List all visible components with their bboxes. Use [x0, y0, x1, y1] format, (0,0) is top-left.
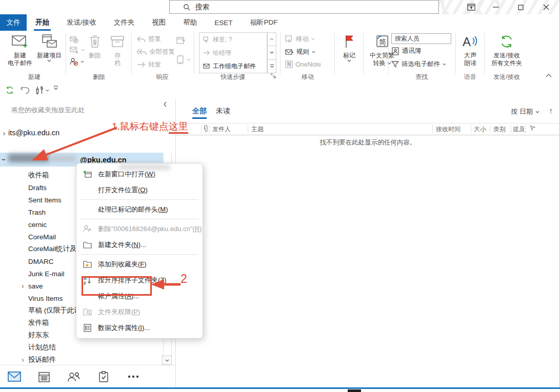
nav-tasks-icon[interactable]	[93, 371, 114, 382]
menu-item-新建文件夹-N-[interactable]: 新建文件夹(N)...	[76, 237, 203, 253]
archive-button[interactable]: 存 档	[107, 33, 128, 67]
menu-item-数据文件属性-I-[interactable]: 数据文件属性(I)...	[76, 320, 203, 336]
folder-label: 投诉邮件	[28, 355, 56, 364]
reply-button[interactable]: 答复	[136, 35, 161, 44]
read-aloud-icon: A	[462, 33, 479, 50]
qat-undo-button[interactable]	[21, 86, 30, 94]
archive-label-line1: 存	[114, 52, 121, 59]
junk-button[interactable]	[70, 57, 84, 66]
sort-label: 按 日期	[511, 107, 533, 116]
menu-item-处理已标记的邮件头-M-[interactable]: 处理已标记的邮件头(M)	[76, 201, 203, 217]
tab-发送/接收[interactable]: 发送/接收	[58, 14, 105, 31]
filter-email-button[interactable]: 筛选电子邮件	[391, 60, 446, 69]
menu-item-label: 在新窗口中打开(W)	[98, 170, 155, 179]
folder-item-投诉邮件[interactable]: ›投诉邮件	[0, 354, 163, 365]
column-separator	[248, 125, 248, 133]
rules-button[interactable]: 规则	[285, 48, 315, 56]
quick-steps-more[interactable]	[267, 60, 276, 73]
taskbar-fragment	[348, 389, 361, 392]
nav-more-icon[interactable]	[123, 375, 144, 378]
collapse-arrow-icon[interactable]: ›	[0, 156, 9, 164]
tab-file[interactable]: 文件	[0, 14, 27, 31]
quick-step-item[interactable]: 给经理	[199, 46, 267, 59]
minimize-button[interactable]	[486, 0, 506, 14]
clean-up-button[interactable]	[70, 46, 85, 54]
attachment-column-icon[interactable]	[203, 125, 208, 133]
folder-label: Virus Items	[0, 295, 63, 302]
delete-button[interactable]: 删除	[84, 33, 106, 59]
quick-steps-box: 移至: ?给经理工作组电子邮件	[199, 32, 267, 73]
folder-item-计划总结[interactable]: 计划总结	[0, 341, 163, 354]
quick-step-item[interactable]: 移至: ?	[199, 33, 267, 46]
nav-people-icon[interactable]	[64, 372, 84, 382]
menu-item-文件夹权限-P-[interactable]: 文件夹权限(P)	[76, 304, 203, 320]
collapse-ribbon-button[interactable]	[546, 74, 552, 77]
tab-福昕PDF[interactable]: 福昕PDF	[242, 14, 287, 31]
search-people-placeholder: 搜索人员	[395, 34, 419, 43]
address-book-button[interactable]: 通讯簿	[391, 47, 422, 55]
menu-item-打开文件位置-O-[interactable]: 打开文件位置(O)	[76, 182, 203, 198]
redaction-blur	[119, 164, 170, 170]
tab-文件夹[interactable]: 文件夹	[105, 14, 144, 31]
ribbon-display-options-button[interactable]	[462, 0, 481, 14]
quick-steps-scroll-down[interactable]	[267, 46, 276, 59]
move-button[interactable]: 移动	[285, 35, 315, 44]
column-header-主题[interactable]: 主题	[251, 125, 264, 134]
ignore-button[interactable]	[70, 35, 78, 44]
sort-by-date-button[interactable]: 按 日期	[511, 107, 539, 116]
tab-开始[interactable]: 开始	[27, 14, 58, 31]
column-header-提及[interactable]: 提及	[513, 125, 525, 134]
expand-arrow-icon[interactable]: ›	[0, 129, 8, 137]
menu-item-添加到收藏夹-F-[interactable]: ★添加到收藏夹(F)	[76, 256, 203, 272]
more-respond-button[interactable]	[176, 55, 190, 64]
qat-customize-button[interactable]	[53, 86, 58, 90]
delete-icon	[88, 33, 102, 50]
minimize-folder-pane-button[interactable]	[163, 101, 167, 107]
tab-all-mail[interactable]: 全部	[192, 107, 207, 116]
rules-label: 规则	[296, 48, 309, 56]
send-receive-all-button[interactable]: 发送/接收 所有文件夹	[487, 33, 526, 67]
sort-direction-icon[interactable]: ↑	[549, 106, 553, 115]
qat-send-receive-button[interactable]	[5, 86, 14, 95]
new-items-button[interactable]: 新建项目	[35, 33, 64, 62]
read-aloud-button[interactable]: A 大声 朗读	[458, 33, 482, 67]
column-header-接收时间[interactable]: 接收时间	[436, 125, 461, 134]
column-header-类别[interactable]: 类别	[493, 125, 506, 134]
redaction-blur	[51, 155, 76, 162]
maximize-button[interactable]	[511, 0, 530, 14]
search-people-input[interactable]: 搜索人员	[391, 33, 451, 44]
column-separator	[525, 125, 526, 133]
close-button[interactable]	[536, 0, 556, 14]
tags-button[interactable]: 标记	[337, 33, 361, 62]
nav-mail-icon[interactable]	[4, 372, 25, 382]
quick-steps-scroll-up[interactable]	[267, 32, 276, 46]
nav-calendar-icon[interactable]	[34, 372, 54, 382]
column-header-大小[interactable]: 大小	[474, 125, 486, 134]
search-bar[interactable]: 搜索	[169, 0, 439, 14]
quick-steps-dialog-launcher[interactable]	[271, 73, 276, 79]
address-book-label: 通讯簿	[402, 47, 422, 55]
meeting-button[interactable]	[176, 36, 186, 45]
expand-arrow-icon[interactable]: ›	[22, 282, 28, 290]
expand-arrow-icon[interactable]: ›	[22, 356, 28, 364]
forward-button[interactable]: 转发	[136, 60, 161, 69]
tab-帮助[interactable]: 帮助	[174, 14, 206, 31]
flag-column-icon[interactable]	[529, 125, 536, 132]
menu-item-删除-0006168264-pku-edu-cn-R-[interactable]: 删除"0006168264@pku.edu.cn"(R)	[76, 221, 203, 237]
quick-step-item[interactable]: 工作组电子邮件	[199, 59, 267, 73]
group-label-quick-steps: 快速步骤	[199, 73, 267, 81]
qat-tools-button[interactable]	[35, 86, 49, 95]
tab-视图[interactable]: 视图	[143, 14, 174, 31]
menu-item-label: 删除"0006168264@pku.edu.cn"(R)	[98, 224, 202, 234]
folder-scrollbar-down-button[interactable]	[162, 356, 172, 365]
onenote-button[interactable]: N OneNote	[285, 60, 321, 68]
tab-unread-mail[interactable]: 未读	[216, 107, 230, 116]
column-header-发件人[interactable]: 发件人	[212, 125, 231, 134]
group-label-send-receive: 发送/接收	[487, 73, 526, 81]
no-icon	[82, 185, 93, 195]
quick-step-label: 移至: ?	[213, 35, 232, 44]
new-email-button[interactable]: 新建 电子邮件	[5, 33, 35, 67]
tab-ESET[interactable]: ESET	[206, 14, 241, 31]
quick-steps-scroll	[267, 32, 276, 73]
reply-all-button[interactable]: 全部答复	[136, 48, 175, 56]
